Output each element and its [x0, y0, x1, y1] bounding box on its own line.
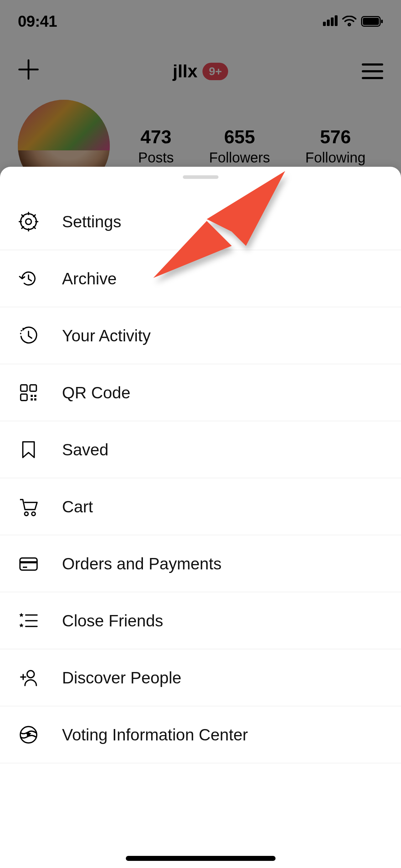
svg-point-7 — [22, 328, 24, 329]
svg-rect-8 — [21, 385, 27, 391]
vote-badge-icon — [16, 722, 41, 748]
menu-item-voting-info[interactable]: Voting Information Center — [0, 706, 401, 763]
menu-item-saved[interactable]: Saved — [0, 421, 401, 478]
home-indicator[interactable] — [126, 856, 276, 861]
svg-point-15 — [25, 512, 28, 516]
menu-label: Orders and Payments — [62, 554, 221, 573]
menu-label: Saved — [62, 440, 108, 459]
menu-label: Archive — [62, 269, 117, 288]
bookmark-icon — [16, 437, 41, 463]
menu-item-cart[interactable]: Cart — [0, 478, 401, 535]
sheet-grabber[interactable] — [183, 175, 219, 179]
add-person-icon — [16, 665, 41, 691]
gear-icon — [16, 209, 41, 234]
svg-rect-17 — [20, 558, 37, 570]
options-sheet: Settings Archive Your Activity QR Code — [0, 167, 401, 868]
menu-label: Close Friends — [62, 611, 163, 630]
svg-point-16 — [32, 512, 35, 516]
qr-icon — [16, 380, 41, 405]
menu-item-qr-code[interactable]: QR Code — [0, 364, 401, 421]
svg-point-4 — [26, 219, 31, 224]
svg-rect-9 — [30, 385, 36, 391]
menu-item-archive[interactable]: Archive — [0, 250, 401, 307]
activity-icon — [16, 323, 41, 348]
menu-label: Your Activity — [62, 326, 151, 345]
svg-rect-10 — [21, 394, 27, 401]
svg-rect-12 — [34, 395, 36, 397]
menu-item-discover-people[interactable]: Discover People — [0, 649, 401, 706]
star-list-icon — [16, 608, 41, 634]
menu-label: QR Code — [62, 383, 130, 402]
menu-label: Voting Information Center — [62, 725, 248, 744]
svg-point-18 — [27, 671, 34, 678]
clock-back-icon — [16, 266, 41, 291]
menu-item-settings[interactable]: Settings — [0, 193, 401, 250]
card-icon — [16, 551, 41, 577]
svg-rect-13 — [31, 398, 33, 401]
options-menu: Settings Archive Your Activity QR Code — [0, 193, 401, 763]
svg-rect-14 — [34, 398, 36, 401]
menu-item-close-friends[interactable]: Close Friends — [0, 592, 401, 649]
cart-icon — [16, 494, 41, 520]
menu-label: Cart — [62, 497, 93, 516]
menu-item-your-activity[interactable]: Your Activity — [0, 307, 401, 364]
menu-label: Discover People — [62, 668, 181, 687]
menu-label: Settings — [62, 212, 121, 231]
svg-point-5 — [20, 333, 21, 334]
menu-item-orders-payments[interactable]: Orders and Payments — [0, 535, 401, 592]
svg-point-6 — [21, 330, 22, 331]
svg-rect-11 — [31, 395, 33, 397]
